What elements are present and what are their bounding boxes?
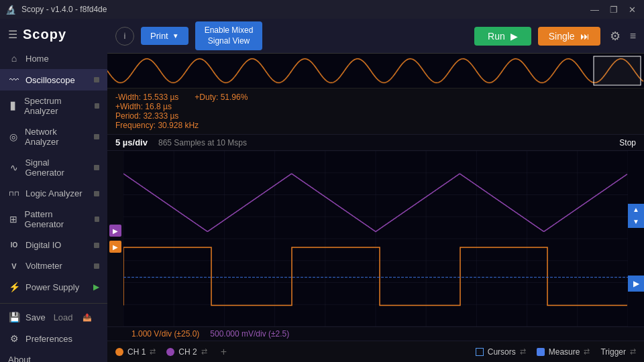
trigger-label: Trigger: [600, 347, 626, 357]
minimize-button[interactable]: —: [588, 5, 602, 15]
spectrum-icon: ▊: [8, 102, 19, 111]
single-button[interactable]: Single ⏭: [538, 27, 600, 46]
stat-duty-label: +Duty:: [195, 93, 218, 102]
stat-period: Period: 32.333 µs: [115, 111, 178, 121]
stat-neg-width: -Width: 15.533 µs: [115, 93, 178, 102]
settings-button[interactable]: ⚙: [607, 26, 623, 46]
stat-pos-width-value: 16.8 µs: [145, 102, 172, 111]
stat-neg-width-label: -Width:: [115, 93, 141, 102]
stop-button[interactable]: Stop: [619, 138, 636, 147]
sidebar-item-oscilloscope[interactable]: 〰 Oscilloscope: [0, 69, 107, 90]
digital-io-indicator: [94, 243, 99, 248]
single-label: Single: [549, 31, 575, 42]
pattern-indicator: [95, 217, 99, 222]
sidebar-item-home[interactable]: ⌂ Home: [0, 48, 107, 69]
cursors-tool[interactable]: Cursors ⇄: [476, 347, 526, 357]
maximize-button[interactable]: ❐: [607, 5, 621, 15]
voltmeter-indicator: [94, 263, 99, 269]
channel-controls: ▶ ▶: [107, 151, 123, 326]
stats-row-4: Frequency: 30.928 kHz: [115, 121, 636, 130]
stat-frequency: Frequency: 30.928 kHz: [115, 121, 199, 130]
ch2-settings[interactable]: ⇄: [201, 347, 207, 356]
stats-panel: -Width: 15.533 µs +Duty: 51.96% +Width: …: [107, 88, 644, 135]
pattern-icon: ⊞: [8, 214, 19, 225]
sidebar-label-home: Home: [25, 54, 49, 64]
sidebar-label-pattern: Pattern Generator: [25, 209, 89, 229]
sidebar-item-signal-gen[interactable]: ∿ Signal Generator: [0, 152, 107, 183]
voltmeter-icon: V: [8, 262, 20, 270]
ch2-arrow[interactable]: ▶: [109, 225, 121, 237]
sidebar-item-digital-io[interactable]: IO Digital IO: [0, 235, 107, 255]
sidebar-item-logic[interactable]: ⊓⊓ Logic Analyzer: [0, 183, 107, 204]
app-icon: 🔬: [5, 5, 16, 15]
nav-down-button[interactable]: ▼: [628, 216, 644, 228]
cursors-checkbox[interactable]: [476, 348, 484, 356]
trigger-settings[interactable]: ⇄: [630, 347, 636, 356]
home-icon: ⌂: [8, 53, 20, 64]
stat-frequency-label: Frequency:: [115, 121, 156, 130]
voltage-labels: 1.000 V/div (±25.0) 500.000 mV/div (±2.5…: [107, 326, 644, 341]
ch1-arrow[interactable]: ▶: [109, 241, 121, 253]
ch2-indicator: CH 2 ⇄: [166, 347, 207, 357]
add-channel-button[interactable]: +: [221, 346, 227, 358]
preferences-icon: ⚙: [8, 333, 20, 344]
sidebar-item-pattern[interactable]: ⊞ Pattern Generator: [0, 204, 107, 235]
about-label: About: [8, 355, 31, 362]
run-button[interactable]: Run ▶: [474, 27, 531, 46]
nav-up-button[interactable]: ▲: [628, 204, 644, 216]
ch2-dot: [166, 348, 174, 356]
ch2-label: CH 2: [178, 347, 197, 357]
menu-button[interactable]: ≡: [630, 30, 636, 42]
sidebar-item-network[interactable]: ◎ Network Analyzer: [0, 121, 107, 152]
stats-row-3: Period: 32.333 µs: [115, 111, 636, 121]
oscilloscope-icon: 〰: [8, 74, 20, 85]
app-layout: ☰ Scopy ⌂ Home 〰 Oscilloscope ▊ Spectrum…: [0, 19, 644, 362]
titlebar-left: 🔬 Scopy - v1.4.0 - f8fd4de: [5, 5, 107, 15]
trigger-tool[interactable]: Trigger ⇄: [600, 347, 636, 357]
scope-view: 5 µs/div 865 Samples at 10 Msps Stop ▶ ▶…: [107, 135, 644, 362]
print-button[interactable]: Print ▼: [141, 27, 189, 45]
save-load-item[interactable]: 💾 Save Load 📤: [0, 306, 107, 328]
sidebar-item-power-supply[interactable]: ⚡ Power Supply ▶: [0, 276, 107, 298]
preferences-item[interactable]: ⚙ Preferences: [0, 328, 107, 349]
stat-neg-width-value: 15.533 µs: [143, 93, 178, 102]
sidebar-item-voltmeter[interactable]: V Voltmeter: [0, 255, 107, 276]
network-indicator: [94, 134, 99, 139]
digital-io-icon: IO: [8, 241, 20, 249]
sidebar-bottom: 💾 Save Load 📤 ⚙ Preferences About 🔍 ANAL…: [0, 298, 107, 362]
save-label: Save: [25, 312, 46, 322]
stats-row-1: -Width: 15.533 µs +Duty: 51.96%: [115, 93, 636, 102]
info-button[interactable]: i: [115, 27, 134, 46]
ch1-dot: [115, 348, 123, 356]
logic-indicator: [94, 191, 99, 196]
app-title: Scopy - v1.4.0 - f8fd4de: [21, 5, 107, 14]
measure-tool[interactable]: Measure ⇄: [537, 347, 590, 357]
logic-icon: ⊓⊓: [8, 190, 20, 197]
about-item[interactable]: About: [0, 349, 107, 362]
run-icon: ▶: [511, 31, 518, 42]
stat-pos-width-label: +Width:: [115, 102, 143, 111]
ch1-label: CH 1: [127, 347, 146, 357]
sidebar-divider: [0, 303, 107, 304]
stat-period-value: 32.333 µs: [143, 111, 178, 121]
measure-dot: [537, 348, 545, 356]
nav-up-down: ▲ ▼: [628, 204, 644, 228]
mixed-signal-button[interactable]: Enable Mixed Signal View: [195, 21, 263, 50]
sidebar-header: ☰ Scopy: [0, 21, 107, 48]
sidebar-item-spectrum[interactable]: ▊ Spectrum Analyzer: [0, 90, 107, 121]
stat-frequency-value: 30.928 kHz: [158, 121, 199, 130]
ch1-settings[interactable]: ⇄: [150, 347, 156, 356]
cursors-label: Cursors: [488, 347, 516, 357]
time-div: 5 µs/div: [115, 137, 148, 147]
oscilloscope-indicator: [94, 77, 99, 82]
close-button[interactable]: ✕: [626, 5, 639, 15]
sidebar-label-network: Network Analyzer: [25, 127, 89, 147]
main-content: i Print ▼ Enable Mixed Signal View Run ▶…: [107, 19, 644, 362]
nav-right-button[interactable]: ▶: [628, 276, 644, 292]
stat-period-label: Period:: [115, 111, 141, 121]
measure-settings[interactable]: ⇄: [584, 347, 590, 356]
hamburger-menu[interactable]: ☰: [8, 28, 17, 41]
preferences-label: Preferences: [25, 334, 72, 344]
cursors-settings[interactable]: ⇄: [520, 347, 526, 356]
sidebar-label-digital-io: Digital IO: [25, 240, 61, 250]
